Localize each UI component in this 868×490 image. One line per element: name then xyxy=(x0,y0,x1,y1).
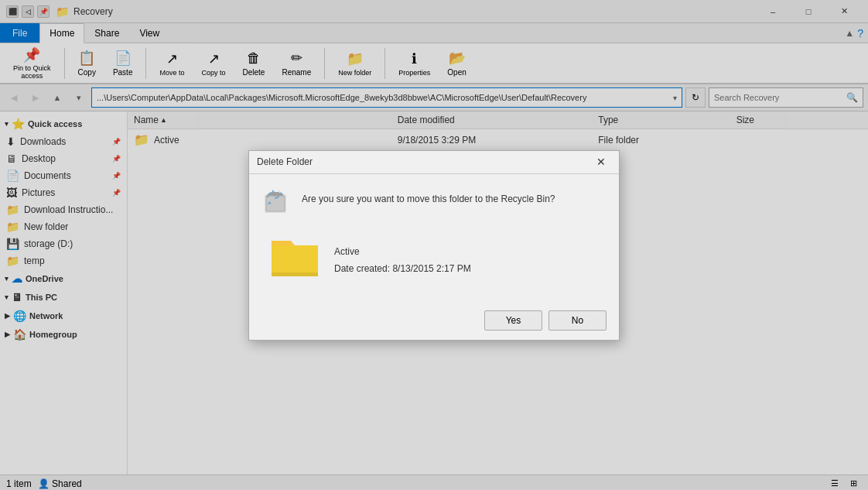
dialog-folder-name: Active xyxy=(334,244,471,261)
no-button[interactable]: No xyxy=(548,310,607,331)
dialog-top-section: Are you sure you want to move this folde… xyxy=(261,187,607,218)
delete-folder-dialog: Delete Folder ✕ xyxy=(248,150,620,341)
dialog-question-text: Are you sure you want to move this folde… xyxy=(302,187,555,206)
svg-rect-3 xyxy=(272,192,279,194)
dialog-folder-info: Active Date created: 8/13/2015 2:17 PM xyxy=(334,244,471,277)
dialog-title: Delete Folder xyxy=(257,156,591,167)
dialog-close-button[interactable]: ✕ xyxy=(591,152,611,171)
dialog-folder-icon xyxy=(268,230,322,292)
dialog-overlay: Delete Folder ✕ xyxy=(0,0,868,490)
dialog-titlebar: Delete Folder ✕ xyxy=(249,151,619,174)
dialog-folder-section: Active Date created: 8/13/2015 2:17 PM xyxy=(261,230,607,292)
dialog-buttons: Yes No xyxy=(261,304,607,331)
yes-button[interactable]: Yes xyxy=(484,310,542,331)
recycle-bin-icon xyxy=(261,187,292,218)
dialog-folder-date: Date created: 8/13/2015 2:17 PM xyxy=(334,261,471,278)
dialog-body: Are you sure you want to move this folde… xyxy=(249,174,619,340)
